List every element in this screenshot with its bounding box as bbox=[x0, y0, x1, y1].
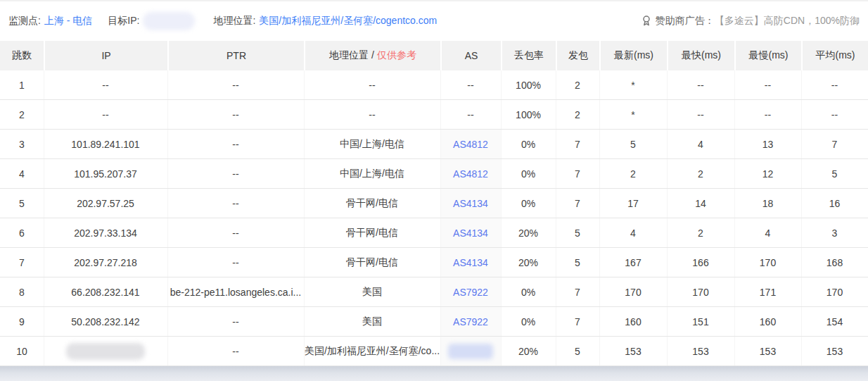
cell-ptr: -- bbox=[167, 159, 304, 189]
redacted-target-ip bbox=[143, 12, 195, 30]
table-row: 3101.89.241.101--中国/上海/电信AS48120%754137 bbox=[0, 130, 868, 159]
cell-as: AS7922 bbox=[440, 307, 501, 337]
cell-ptr: -- bbox=[167, 248, 304, 277]
cell-ptr: -- bbox=[167, 70, 304, 100]
cell-avg: -- bbox=[801, 100, 868, 130]
col-header-slowest: 最慢(ms) bbox=[734, 41, 801, 70]
col-header-fastest: 最快(ms) bbox=[667, 41, 734, 70]
cell-avg: 168 bbox=[801, 248, 868, 277]
redacted-as-link[interactable] bbox=[448, 344, 493, 359]
cell-ptr: -- bbox=[167, 189, 304, 218]
cell-loss: 20% bbox=[501, 218, 556, 248]
cell-loss: 100% bbox=[501, 100, 556, 130]
cell-slowest: 18 bbox=[734, 189, 801, 218]
cell-ptr: -- bbox=[167, 218, 304, 248]
cell-geo: 美国 bbox=[304, 307, 440, 337]
cell-slowest: 4 bbox=[734, 218, 801, 248]
cell-ip: -- bbox=[44, 70, 167, 100]
cell-latest: 17 bbox=[599, 189, 667, 218]
monitor-point-link[interactable]: 上海 - 电信 bbox=[44, 15, 92, 27]
col-header-hop: 跳数 bbox=[0, 41, 44, 70]
cell-fastest: 153 bbox=[667, 337, 734, 366]
target-ip: 目标IP: bbox=[108, 12, 198, 30]
cell-fastest: 4 bbox=[667, 130, 734, 159]
cell-sent: 7 bbox=[556, 189, 599, 218]
target-geo-label: 地理位置: bbox=[213, 15, 255, 27]
sponsor-label: 赞助商广告： bbox=[656, 15, 715, 27]
cell-fastest: -- bbox=[667, 70, 734, 100]
sponsor-ad-link[interactable]: 【多途云】高防CDN，100%防御 bbox=[715, 15, 860, 27]
cell-slowest: 12 bbox=[734, 159, 801, 189]
cell-fastest: 166 bbox=[667, 248, 734, 277]
cell-geo: 美国 bbox=[304, 277, 440, 307]
cell-ip bbox=[44, 337, 167, 366]
monitor-point-label: 监测点: bbox=[8, 15, 41, 27]
col-header-avg: 平均(ms) bbox=[801, 41, 868, 70]
target-geo: 地理位置: 美国/加利福尼亚州/圣何塞/cogentco.com bbox=[213, 15, 437, 27]
cell-as: AS7922 bbox=[440, 277, 501, 307]
cell-loss: 0% bbox=[501, 277, 556, 307]
cell-fastest: 151 bbox=[667, 307, 734, 337]
cell-hop: 7 bbox=[0, 248, 44, 277]
col-header-loss: 丢包率 bbox=[501, 41, 556, 70]
as-link[interactable]: AS7922 bbox=[453, 287, 488, 298]
col-header-geo: 地理位置 /仅供参考 bbox=[304, 41, 440, 70]
as-link[interactable]: AS4134 bbox=[453, 227, 488, 239]
table-row: 1--------100%2*------ bbox=[0, 70, 868, 100]
cell-ptr: -- bbox=[167, 100, 304, 130]
medal-icon bbox=[641, 15, 652, 27]
cell-geo: 中国/上海/电信 bbox=[304, 130, 440, 159]
cell-as bbox=[440, 337, 501, 366]
as-link[interactable]: AS4134 bbox=[453, 257, 488, 268]
cell-fastest: -- bbox=[667, 100, 734, 130]
cell-fastest: 14 bbox=[667, 189, 734, 218]
col-header-sent: 发包 bbox=[556, 41, 599, 70]
bottom-shadow bbox=[0, 366, 868, 381]
cell-sent: 5 bbox=[556, 337, 599, 366]
cell-latest: * bbox=[599, 70, 667, 100]
cell-loss: 20% bbox=[501, 337, 556, 366]
traceroute-table: 跳数IPPTR地理位置 /仅供参考AS丢包率发包最新(ms)最快(ms)最慢(m… bbox=[0, 41, 868, 366]
table-body: 1--------100%2*------2--------100%2*----… bbox=[0, 70, 868, 366]
cell-avg: 154 bbox=[801, 307, 868, 337]
cell-latest: 5 bbox=[599, 130, 667, 159]
col-header-note: 仅供参考 bbox=[377, 49, 416, 61]
cell-latest: 153 bbox=[599, 337, 667, 366]
cell-geo: 美国/加利福尼亚州/圣何塞/co... bbox=[304, 337, 440, 366]
cell-sent: 7 bbox=[556, 130, 599, 159]
cell-ip: -- bbox=[44, 100, 167, 130]
as-link[interactable]: AS4134 bbox=[453, 198, 488, 209]
header-row: 跳数IPPTR地理位置 /仅供参考AS丢包率发包最新(ms)最快(ms)最慢(m… bbox=[0, 41, 868, 70]
cell-loss: 100% bbox=[501, 70, 556, 100]
cell-latest: 2 bbox=[599, 159, 667, 189]
cell-as: AS4134 bbox=[440, 218, 501, 248]
cell-avg: 16 bbox=[801, 189, 868, 218]
as-link[interactable]: AS7922 bbox=[453, 316, 488, 327]
cell-latest: * bbox=[599, 100, 667, 130]
cell-sent: 7 bbox=[556, 307, 599, 337]
cell-hop: 9 bbox=[0, 307, 44, 337]
cell-ptr: be-212-pe11.losangeles.ca.i... bbox=[167, 277, 304, 307]
cell-geo: -- bbox=[304, 100, 440, 130]
cell-as: AS4134 bbox=[440, 189, 501, 218]
cell-slowest: 160 bbox=[734, 307, 801, 337]
target-geo-link[interactable]: 美国/加利福尼亚州/圣何塞/cogentco.com bbox=[259, 15, 437, 27]
cell-as: -- bbox=[440, 100, 501, 130]
cell-avg: 153 bbox=[801, 337, 868, 366]
as-link[interactable]: AS4812 bbox=[453, 139, 488, 150]
topbar: 监测点: 上海 - 电信 目标IP: 地理位置: 美国/加利福尼亚州/圣何塞/c… bbox=[0, 0, 868, 41]
traceroute-page: 监测点: 上海 - 电信 目标IP: 地理位置: 美国/加利福尼亚州/圣何塞/c… bbox=[0, 0, 868, 381]
cell-hop: 1 bbox=[0, 70, 44, 100]
cell-hop: 4 bbox=[0, 159, 44, 189]
cell-geo: 骨干网/电信 bbox=[304, 248, 440, 277]
sponsor-area: 赞助商广告： 【多途云】高防CDN，100%防御 bbox=[641, 15, 860, 27]
cell-avg: 7 bbox=[801, 130, 868, 159]
cell-ip: 101.89.241.101 bbox=[44, 130, 167, 159]
cell-geo: 骨干网/电信 bbox=[304, 218, 440, 248]
cell-slowest: 153 bbox=[734, 337, 801, 366]
cell-hop: 2 bbox=[0, 100, 44, 130]
as-link[interactable]: AS4812 bbox=[453, 168, 488, 180]
cell-latest: 170 bbox=[599, 277, 667, 307]
cell-sent: 7 bbox=[556, 159, 599, 189]
cell-avg: 3 bbox=[801, 218, 868, 248]
